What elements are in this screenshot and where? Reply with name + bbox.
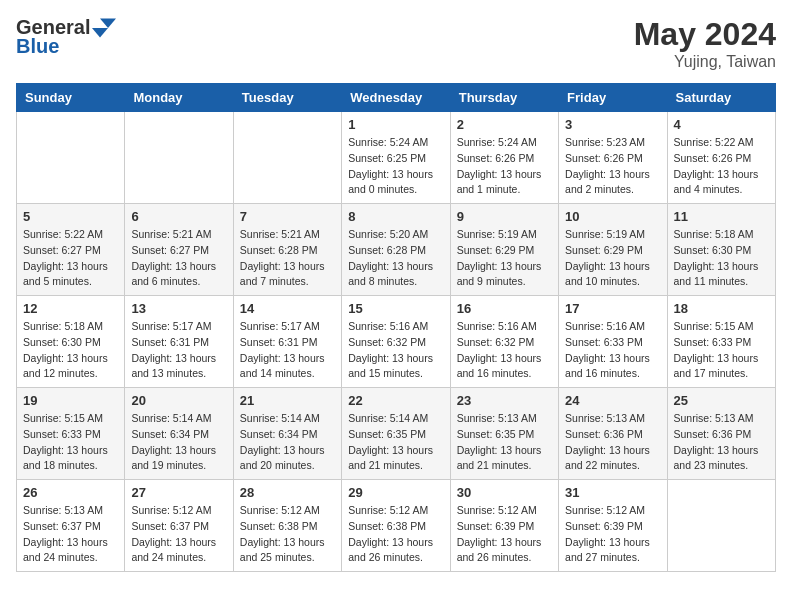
day-number: 25 (674, 393, 769, 408)
calendar-cell: 8Sunrise: 5:20 AM Sunset: 6:28 PM Daylig… (342, 204, 450, 296)
month-year: May 2024 (634, 16, 776, 53)
calendar-cell: 9Sunrise: 5:19 AM Sunset: 6:29 PM Daylig… (450, 204, 558, 296)
calendar-cell: 17Sunrise: 5:16 AM Sunset: 6:33 PM Dayli… (559, 296, 667, 388)
logo-icon (92, 18, 116, 38)
day-info: Sunrise: 5:13 AM Sunset: 6:36 PM Dayligh… (674, 411, 769, 474)
day-number: 4 (674, 117, 769, 132)
calendar-cell: 29Sunrise: 5:12 AM Sunset: 6:38 PM Dayli… (342, 480, 450, 572)
weekday-header: Sunday (17, 84, 125, 112)
day-info: Sunrise: 5:16 AM Sunset: 6:32 PM Dayligh… (457, 319, 552, 382)
calendar-cell (667, 480, 775, 572)
calendar-cell: 30Sunrise: 5:12 AM Sunset: 6:39 PM Dayli… (450, 480, 558, 572)
day-number: 26 (23, 485, 118, 500)
day-number: 16 (457, 301, 552, 316)
calendar-cell: 19Sunrise: 5:15 AM Sunset: 6:33 PM Dayli… (17, 388, 125, 480)
day-info: Sunrise: 5:19 AM Sunset: 6:29 PM Dayligh… (565, 227, 660, 290)
day-number: 6 (131, 209, 226, 224)
day-number: 24 (565, 393, 660, 408)
day-info: Sunrise: 5:20 AM Sunset: 6:28 PM Dayligh… (348, 227, 443, 290)
calendar-week-row: 1Sunrise: 5:24 AM Sunset: 6:25 PM Daylig… (17, 112, 776, 204)
calendar-cell: 27Sunrise: 5:12 AM Sunset: 6:37 PM Dayli… (125, 480, 233, 572)
title-section: May 2024 Yujing, Taiwan (634, 16, 776, 71)
day-info: Sunrise: 5:13 AM Sunset: 6:36 PM Dayligh… (565, 411, 660, 474)
calendar-cell: 4Sunrise: 5:22 AM Sunset: 6:26 PM Daylig… (667, 112, 775, 204)
calendar-cell: 23Sunrise: 5:13 AM Sunset: 6:35 PM Dayli… (450, 388, 558, 480)
day-info: Sunrise: 5:18 AM Sunset: 6:30 PM Dayligh… (674, 227, 769, 290)
day-info: Sunrise: 5:24 AM Sunset: 6:26 PM Dayligh… (457, 135, 552, 198)
day-info: Sunrise: 5:13 AM Sunset: 6:37 PM Dayligh… (23, 503, 118, 566)
weekday-header: Saturday (667, 84, 775, 112)
calendar-cell: 22Sunrise: 5:14 AM Sunset: 6:35 PM Dayli… (342, 388, 450, 480)
day-number: 17 (565, 301, 660, 316)
svg-marker-1 (92, 28, 108, 38)
page-header: General Blue May 2024 Yujing, Taiwan (16, 16, 776, 71)
day-info: Sunrise: 5:14 AM Sunset: 6:35 PM Dayligh… (348, 411, 443, 474)
logo: General Blue (16, 16, 116, 58)
calendar-cell: 3Sunrise: 5:23 AM Sunset: 6:26 PM Daylig… (559, 112, 667, 204)
day-number: 21 (240, 393, 335, 408)
day-info: Sunrise: 5:14 AM Sunset: 6:34 PM Dayligh… (240, 411, 335, 474)
calendar-header-row: SundayMondayTuesdayWednesdayThursdayFrid… (17, 84, 776, 112)
calendar-table: SundayMondayTuesdayWednesdayThursdayFrid… (16, 83, 776, 572)
weekday-header: Tuesday (233, 84, 341, 112)
day-info: Sunrise: 5:13 AM Sunset: 6:35 PM Dayligh… (457, 411, 552, 474)
location: Yujing, Taiwan (634, 53, 776, 71)
day-number: 10 (565, 209, 660, 224)
calendar-cell: 14Sunrise: 5:17 AM Sunset: 6:31 PM Dayli… (233, 296, 341, 388)
day-info: Sunrise: 5:14 AM Sunset: 6:34 PM Dayligh… (131, 411, 226, 474)
day-info: Sunrise: 5:21 AM Sunset: 6:27 PM Dayligh… (131, 227, 226, 290)
calendar-week-row: 19Sunrise: 5:15 AM Sunset: 6:33 PM Dayli… (17, 388, 776, 480)
day-info: Sunrise: 5:17 AM Sunset: 6:31 PM Dayligh… (131, 319, 226, 382)
day-info: Sunrise: 5:19 AM Sunset: 6:29 PM Dayligh… (457, 227, 552, 290)
svg-marker-0 (100, 18, 116, 28)
calendar-cell: 18Sunrise: 5:15 AM Sunset: 6:33 PM Dayli… (667, 296, 775, 388)
day-number: 30 (457, 485, 552, 500)
day-info: Sunrise: 5:22 AM Sunset: 6:26 PM Dayligh… (674, 135, 769, 198)
day-number: 29 (348, 485, 443, 500)
calendar-cell: 13Sunrise: 5:17 AM Sunset: 6:31 PM Dayli… (125, 296, 233, 388)
day-number: 14 (240, 301, 335, 316)
day-info: Sunrise: 5:15 AM Sunset: 6:33 PM Dayligh… (674, 319, 769, 382)
calendar-cell: 28Sunrise: 5:12 AM Sunset: 6:38 PM Dayli… (233, 480, 341, 572)
day-info: Sunrise: 5:23 AM Sunset: 6:26 PM Dayligh… (565, 135, 660, 198)
day-number: 9 (457, 209, 552, 224)
calendar-cell: 24Sunrise: 5:13 AM Sunset: 6:36 PM Dayli… (559, 388, 667, 480)
calendar-cell: 5Sunrise: 5:22 AM Sunset: 6:27 PM Daylig… (17, 204, 125, 296)
day-number: 20 (131, 393, 226, 408)
day-number: 1 (348, 117, 443, 132)
day-info: Sunrise: 5:12 AM Sunset: 6:38 PM Dayligh… (240, 503, 335, 566)
day-info: Sunrise: 5:18 AM Sunset: 6:30 PM Dayligh… (23, 319, 118, 382)
calendar-cell: 15Sunrise: 5:16 AM Sunset: 6:32 PM Dayli… (342, 296, 450, 388)
calendar-cell: 11Sunrise: 5:18 AM Sunset: 6:30 PM Dayli… (667, 204, 775, 296)
day-number: 19 (23, 393, 118, 408)
calendar-cell: 21Sunrise: 5:14 AM Sunset: 6:34 PM Dayli… (233, 388, 341, 480)
day-number: 2 (457, 117, 552, 132)
day-number: 5 (23, 209, 118, 224)
calendar-cell: 12Sunrise: 5:18 AM Sunset: 6:30 PM Dayli… (17, 296, 125, 388)
calendar-cell (233, 112, 341, 204)
day-number: 22 (348, 393, 443, 408)
day-info: Sunrise: 5:21 AM Sunset: 6:28 PM Dayligh… (240, 227, 335, 290)
day-number: 3 (565, 117, 660, 132)
day-number: 12 (23, 301, 118, 316)
day-info: Sunrise: 5:22 AM Sunset: 6:27 PM Dayligh… (23, 227, 118, 290)
calendar-cell: 20Sunrise: 5:14 AM Sunset: 6:34 PM Dayli… (125, 388, 233, 480)
calendar-week-row: 12Sunrise: 5:18 AM Sunset: 6:30 PM Dayli… (17, 296, 776, 388)
calendar-cell: 10Sunrise: 5:19 AM Sunset: 6:29 PM Dayli… (559, 204, 667, 296)
day-number: 15 (348, 301, 443, 316)
weekday-header: Thursday (450, 84, 558, 112)
calendar-cell: 26Sunrise: 5:13 AM Sunset: 6:37 PM Dayli… (17, 480, 125, 572)
calendar-cell: 16Sunrise: 5:16 AM Sunset: 6:32 PM Dayli… (450, 296, 558, 388)
day-info: Sunrise: 5:12 AM Sunset: 6:39 PM Dayligh… (565, 503, 660, 566)
day-number: 18 (674, 301, 769, 316)
day-number: 28 (240, 485, 335, 500)
day-number: 31 (565, 485, 660, 500)
day-info: Sunrise: 5:12 AM Sunset: 6:39 PM Dayligh… (457, 503, 552, 566)
calendar-cell: 2Sunrise: 5:24 AM Sunset: 6:26 PM Daylig… (450, 112, 558, 204)
day-number: 27 (131, 485, 226, 500)
day-info: Sunrise: 5:12 AM Sunset: 6:37 PM Dayligh… (131, 503, 226, 566)
day-number: 13 (131, 301, 226, 316)
calendar-cell: 6Sunrise: 5:21 AM Sunset: 6:27 PM Daylig… (125, 204, 233, 296)
calendar-cell: 31Sunrise: 5:12 AM Sunset: 6:39 PM Dayli… (559, 480, 667, 572)
day-info: Sunrise: 5:16 AM Sunset: 6:32 PM Dayligh… (348, 319, 443, 382)
